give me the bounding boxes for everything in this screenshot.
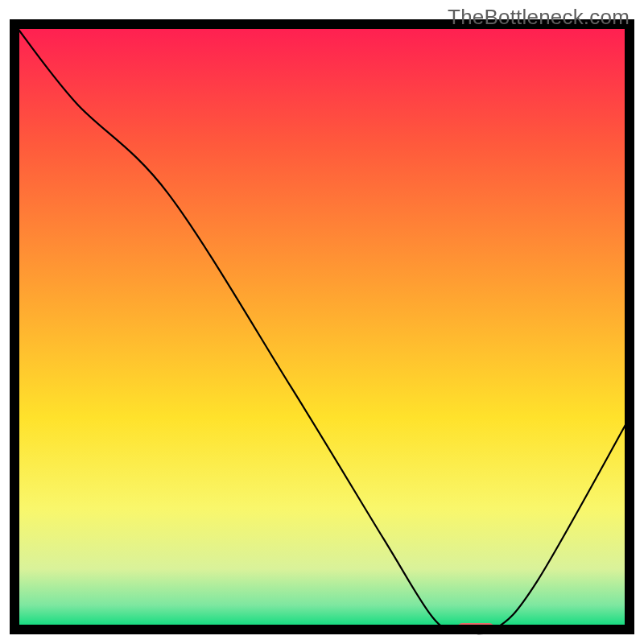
bottleneck-chart: TheBottleneck.com: [0, 0, 644, 644]
watermark-text: TheBottleneck.com: [448, 5, 630, 30]
plot-background: [14, 24, 630, 630]
chart-svg: [0, 0, 644, 644]
